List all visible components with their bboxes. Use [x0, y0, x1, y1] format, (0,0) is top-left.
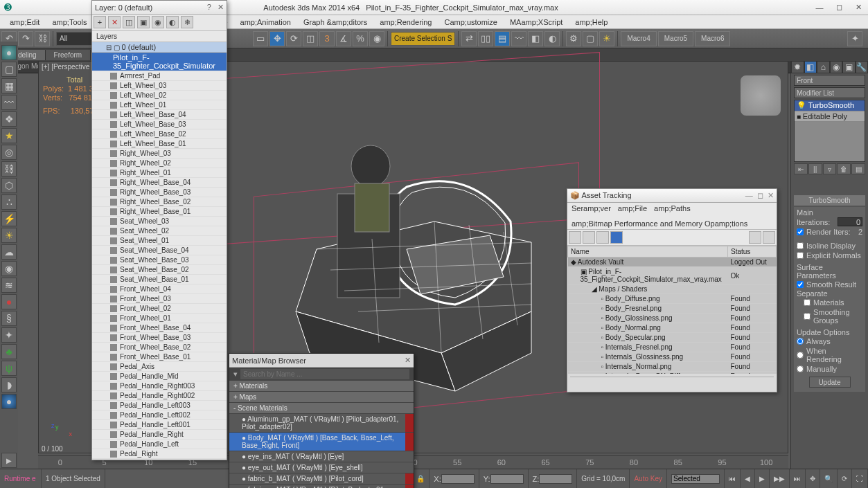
- asset-row[interactable]: ▫ Internals_Normal.pngFound: [568, 362, 777, 372]
- asset-refresh-icon[interactable]: [569, 231, 581, 244]
- layer-item[interactable]: Pedal_Right: [92, 449, 227, 459]
- prev-frame-button[interactable]: ◀: [741, 469, 755, 488]
- layer-item[interactable]: Seat_Wheel_01: [92, 236, 227, 246]
- layer-item[interactable]: Seat_Wheel_Base_03: [92, 255, 227, 265]
- asset-min-icon[interactable]: —: [745, 191, 753, 199]
- layer-item[interactable]: Left_Wheel_03: [92, 81, 227, 91]
- layer-item[interactable]: Seat_Wheel_02: [92, 226, 227, 236]
- asset-row[interactable]: ◆ Autodesk VaultLogged Out: [568, 257, 777, 267]
- layers-button[interactable]: ▤: [495, 31, 510, 46]
- tab-modify-icon[interactable]: ◧: [804, 61, 817, 73]
- asset-row[interactable]: ◢ Maps / Shaders: [568, 284, 777, 294]
- layer-item[interactable]: Pedal_Handle_Right003: [92, 381, 227, 391]
- tool-x-icon[interactable]: ✦: [847, 31, 862, 46]
- asset-row[interactable]: ▫ Body_Diffuse.pngFound: [568, 294, 777, 304]
- update-rendering-radio[interactable]: [797, 352, 804, 359]
- layer-item[interactable]: Right_Wheel_Base_04: [92, 178, 227, 188]
- asset-row[interactable]: ▫ Body_Glossiness.pngFound: [568, 314, 777, 323]
- material-item[interactable]: ● Body_MAT ( VRayMtl ) [Base_Back, Base_…: [229, 433, 414, 451]
- curve-editor-button[interactable]: 〰: [511, 31, 526, 46]
- layer-item[interactable]: Seat_Wheel_Base_02: [92, 265, 227, 275]
- layer-item[interactable]: Seat_Wheel_Base_04: [92, 246, 227, 255]
- asset-row[interactable]: ▫ Internals_PowerON_Diffuse.pngFound: [568, 372, 777, 374]
- modifier-stack[interactable]: 💡 TurboSmooth ■ Editable Poly: [794, 100, 865, 162]
- menu-edit[interactable]: amp;Edit: [4, 17, 45, 27]
- asset-menu-file[interactable]: amp;File: [618, 204, 647, 213]
- menu-graph-editors[interactable]: Graph &amp;ditors: [298, 17, 373, 27]
- tab-utilities-icon[interactable]: 🔧: [856, 61, 869, 73]
- maxscript-listener[interactable]: Runtime e: [0, 469, 42, 488]
- lock-icon[interactable]: 🔒: [412, 469, 429, 488]
- icon-warp[interactable]: ≋: [1, 278, 17, 293]
- nav-orbit-icon[interactable]: ⟳: [838, 469, 852, 488]
- icon-systems[interactable]: ⬡: [1, 178, 17, 193]
- layer-highlight-icon[interactable]: ◉: [152, 16, 164, 28]
- layer-item[interactable]: Right_Wheel_Base_02: [92, 197, 227, 207]
- layer-item[interactable]: Pedal_Handle_Mid: [92, 372, 227, 381]
- next-frame-button[interactable]: ▶▶: [770, 469, 790, 488]
- layer-add-sel-icon[interactable]: ◫: [123, 16, 135, 28]
- explicit-check[interactable]: [797, 252, 804, 259]
- update-manually-radio[interactable]: [797, 365, 804, 372]
- material-item[interactable]: ● eye_out_MAT ( VRayMtl ) [Eye_shell]: [229, 462, 414, 473]
- select-button[interactable]: ▭: [253, 31, 268, 46]
- icon-helpers[interactable]: ❖: [1, 111, 17, 127]
- icon-tree[interactable]: ♣: [1, 344, 17, 359]
- asset-menu-server[interactable]: Seramp;ver: [572, 204, 611, 213]
- menu-rendering[interactable]: amp;Rendering: [374, 17, 437, 27]
- icon-light[interactable]: ★: [1, 128, 17, 143]
- icon-sun[interactable]: ☀: [1, 228, 17, 243]
- asset-col-name[interactable]: Name: [568, 246, 728, 257]
- layer-item[interactable]: Pedal_Handle_Left001: [92, 420, 227, 430]
- icon-expand[interactable]: ▶: [1, 453, 17, 468]
- asset-row[interactable]: ▫ Internals_Fresnel.pngFound: [568, 343, 777, 352]
- material-item[interactable]: ● fabric_g_MAT ( VRayMtl ) [Pilot_Badapt…: [229, 485, 414, 488]
- layer-select-icon[interactable]: ▣: [137, 16, 150, 28]
- layers-column-head[interactable]: Layers: [92, 31, 227, 42]
- remove-mod-button[interactable]: 🗑: [837, 163, 851, 174]
- layer-item[interactable]: Left_Wheel_Base_02: [92, 129, 227, 139]
- modifier-list-dropdown[interactable]: Modifier List: [794, 87, 865, 98]
- layer-item[interactable]: Pedal_Axis: [92, 362, 227, 372]
- layer-item[interactable]: Pedal_Handle_Right: [92, 430, 227, 440]
- asset-row[interactable]: ▫ Body_Fresnel.pngFound: [568, 304, 777, 314]
- close-button[interactable]: ✕: [849, 1, 868, 15]
- material-item[interactable]: ● eye_ins_MAT ( VRayMtl ) [Eye]: [229, 451, 414, 462]
- coord-x-input[interactable]: [441, 474, 475, 484]
- rollout-header[interactable]: TurboSmooth: [794, 195, 865, 206]
- layer-item[interactable]: Pedal_Handle_Left002: [92, 410, 227, 420]
- layer-manager-panel[interactable]: Layer: 0 (default) ? ✕ + ✕ ◫ ▣ ◉ ◐ ❄ Lay…: [91, 0, 227, 460]
- material-item[interactable]: ● Aluminum_gp_MAT ( VRayMtl ) [Pilot_ada…: [229, 414, 414, 433]
- icon-grass[interactable]: ψ: [1, 361, 17, 376]
- asset-help-icon[interactable]: [749, 231, 761, 244]
- snap-3-button[interactable]: 3: [319, 31, 335, 46]
- material-group-maps[interactable]: + Maps: [229, 392, 414, 403]
- layer-item[interactable]: Front_Wheel_Base_02: [92, 343, 227, 352]
- layer-item[interactable]: Right_Wheel_Base_03: [92, 188, 227, 197]
- update-button[interactable]: Update: [809, 377, 851, 388]
- icon-sphere[interactable]: ●: [1, 45, 17, 60]
- iterations-spinner[interactable]: 0: [838, 217, 862, 226]
- layer-item[interactable]: Front_Wheel_Base_03: [92, 333, 227, 343]
- asset-row[interactable]: ▫ Body_Specular.pngFound: [568, 333, 777, 343]
- key-filters-dropdown[interactable]: [671, 474, 720, 484]
- layer-group-default[interactable]: ⊟ ▢ 0 (default): [92, 42, 227, 53]
- align-button[interactable]: ▯▯: [478, 31, 493, 46]
- asset-tracking-panel[interactable]: 📦 Asset Tracking — ◻ ✕ Seramp;ver amp;Fi…: [567, 188, 777, 392]
- icon-rock[interactable]: ◗: [1, 377, 17, 392]
- goto-start-button[interactable]: ⏮: [725, 469, 741, 488]
- icon-cloud[interactable]: ☁: [1, 244, 17, 260]
- icon-space[interactable]: ◉: [1, 261, 17, 276]
- asset-row[interactable]: ▣ Pilot_in_F-35_Fighter_Cockpit_Simulato…: [568, 267, 777, 284]
- object-name-field[interactable]: Front: [794, 75, 865, 86]
- link-button[interactable]: ⛓: [35, 31, 50, 46]
- layer-item[interactable]: Front_Wheel_Base_01: [92, 352, 227, 362]
- icon-water[interactable]: ●: [1, 394, 17, 409]
- layer-item[interactable]: Right_Wheel_01: [92, 168, 227, 178]
- layer-item[interactable]: Pedal_Left: [92, 459, 227, 460]
- material-close-icon[interactable]: ✕: [405, 356, 411, 365]
- macro-5[interactable]: Macro5: [658, 31, 693, 46]
- icon-spline[interactable]: 〰: [1, 95, 17, 110]
- maximize-button[interactable]: ◻: [829, 1, 849, 15]
- make-unique-button[interactable]: ▿: [823, 163, 837, 174]
